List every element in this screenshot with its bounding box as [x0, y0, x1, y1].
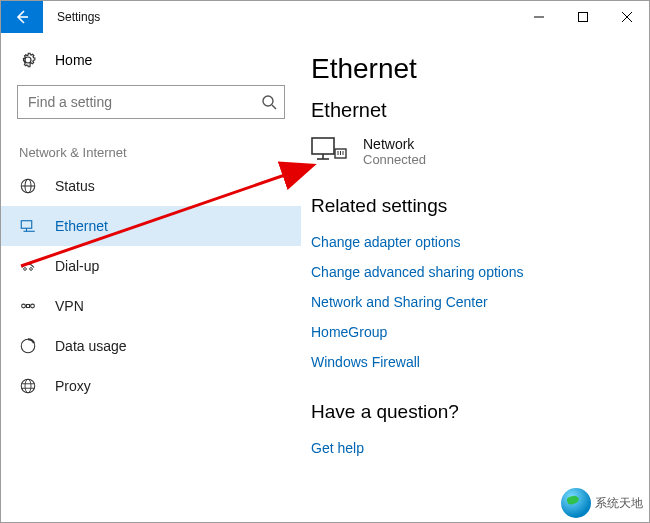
- nav-list: Status Ethernet Dial-up: [1, 166, 301, 406]
- link-advanced-sharing[interactable]: Change advanced sharing options: [311, 257, 639, 287]
- svg-point-13: [24, 268, 27, 271]
- window-controls: [517, 1, 649, 33]
- svg-point-14: [30, 268, 33, 271]
- sidebar-item-label: Ethernet: [55, 218, 108, 234]
- arrow-left-icon: [14, 9, 30, 25]
- question-heading: Have a question?: [311, 401, 639, 423]
- search-icon: [261, 94, 277, 110]
- sidebar-item-label: Dial-up: [55, 258, 99, 274]
- titlebar: Settings: [1, 1, 649, 33]
- window-body: Home Network & Internet Status: [1, 33, 649, 522]
- page-subheading: Ethernet: [311, 99, 639, 122]
- link-windows-firewall[interactable]: Windows Firewall: [311, 347, 639, 377]
- svg-point-22: [25, 379, 31, 393]
- sidebar-item-data-usage[interactable]: Data usage: [1, 326, 301, 366]
- svg-point-16: [31, 304, 35, 308]
- svg-rect-25: [312, 138, 334, 154]
- data-usage-icon: [19, 337, 37, 355]
- svg-rect-10: [21, 221, 32, 229]
- vpn-icon: [19, 297, 37, 315]
- link-network-sharing-center[interactable]: Network and Sharing Center: [311, 287, 639, 317]
- network-name: Network: [363, 136, 426, 152]
- related-links: Change adapter options Change advanced s…: [311, 227, 639, 377]
- close-button[interactable]: [605, 1, 649, 33]
- close-icon: [622, 12, 632, 22]
- minimize-icon: [534, 12, 544, 22]
- dialup-icon: [19, 257, 37, 275]
- sidebar-group-header: Network & Internet: [1, 129, 301, 166]
- proxy-icon: [19, 377, 37, 395]
- sidebar-item-proxy[interactable]: Proxy: [1, 366, 301, 406]
- sidebar-item-vpn[interactable]: VPN: [1, 286, 301, 326]
- main-panel: Ethernet Ethernet Network: [301, 33, 649, 522]
- svg-rect-17: [27, 305, 30, 308]
- link-get-help[interactable]: Get help: [311, 433, 639, 463]
- minimize-button[interactable]: [517, 1, 561, 33]
- link-change-adapter[interactable]: Change adapter options: [311, 227, 639, 257]
- svg-point-15: [22, 304, 26, 308]
- globe-icon: [19, 177, 37, 195]
- sidebar-item-dialup[interactable]: Dial-up: [1, 246, 301, 286]
- related-settings-heading: Related settings: [311, 195, 639, 217]
- maximize-button[interactable]: [561, 1, 605, 33]
- search-wrap: [17, 85, 285, 119]
- maximize-icon: [578, 12, 588, 22]
- svg-line-6: [272, 105, 276, 109]
- window-title: Settings: [43, 1, 114, 33]
- back-button[interactable]: [1, 1, 43, 33]
- gear-icon: [19, 51, 37, 69]
- svg-point-5: [263, 96, 273, 106]
- svg-rect-2: [579, 13, 588, 22]
- watermark-globe-icon: [561, 488, 591, 518]
- sidebar-item-label: VPN: [55, 298, 84, 314]
- svg-point-21: [21, 379, 35, 393]
- search-input[interactable]: [17, 85, 285, 119]
- ethernet-icon: [19, 217, 37, 235]
- network-item[interactable]: Network Connected: [311, 136, 639, 167]
- page-title: Ethernet: [311, 53, 639, 85]
- nav-home-label: Home: [55, 52, 92, 68]
- sidebar-item-label: Proxy: [55, 378, 91, 394]
- link-homegroup[interactable]: HomeGroup: [311, 317, 639, 347]
- sidebar: Home Network & Internet Status: [1, 33, 301, 522]
- nav-home[interactable]: Home: [1, 41, 301, 79]
- network-status: Connected: [363, 152, 426, 167]
- watermark-text: 系统天地: [595, 495, 643, 512]
- sidebar-item-ethernet[interactable]: Ethernet: [1, 206, 301, 246]
- sidebar-item-status[interactable]: Status: [1, 166, 301, 206]
- watermark: 系统天地: [561, 488, 643, 518]
- sidebar-item-label: Status: [55, 178, 95, 194]
- monitor-network-icon: [311, 137, 347, 167]
- sidebar-item-label: Data usage: [55, 338, 127, 354]
- settings-window: Settings Home: [0, 0, 650, 523]
